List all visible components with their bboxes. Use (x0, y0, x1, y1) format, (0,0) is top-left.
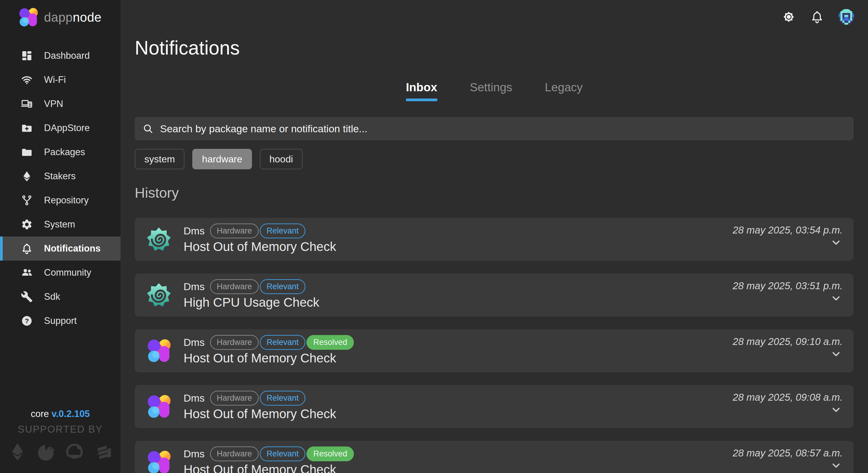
timestamp: 28 may 2025, 09:08 a.m. (733, 392, 843, 403)
notification-card[interactable]: Dms Hardware Relevant Host Out of Memory… (135, 385, 854, 428)
topbar (782, 9, 854, 25)
tab-inbox[interactable]: Inbox (406, 81, 437, 101)
sidebar-item-dappstore[interactable]: DAppStore (0, 116, 121, 140)
sidebar-menu: Dashboard Wi-Fi VPN (0, 44, 121, 333)
chevron-down-icon[interactable] (831, 349, 841, 359)
search-input[interactable] (159, 123, 846, 135)
history-heading: History (135, 184, 179, 201)
card-meta: Dms Hardware Relevant (184, 225, 336, 237)
notification-title: High CPU Usage Check (184, 295, 319, 310)
package-name: Dms (184, 225, 205, 237)
card-meta: Dms Hardware Relevant (184, 392, 336, 404)
sidebar-item-vpn[interactable]: VPN (0, 92, 121, 116)
core-version: v.0.2.105 (52, 409, 90, 419)
notification-card[interactable]: Dms Hardware Relevant Resolved (135, 329, 854, 372)
package-name: Dms (184, 281, 205, 292)
status-badge: Resolved (307, 446, 354, 461)
sidebar-item-dashboard[interactable]: Dashboard (0, 44, 121, 68)
sidebar-item-packages[interactable]: Packages (0, 140, 121, 164)
package-name: Dms (184, 392, 205, 404)
notification-card[interactable]: Dms Hardware Relevant Host Out of Memory… (135, 218, 854, 261)
timestamp: 28 may 2025, 03:54 p.m. (733, 224, 843, 236)
tab-settings[interactable]: Settings (470, 81, 513, 101)
notifications-icon (21, 242, 33, 255)
badges: Hardware Relevant (210, 283, 305, 291)
status-badge: Hardware (210, 335, 258, 350)
avatar[interactable] (838, 9, 854, 25)
status-badge: Relevant (260, 446, 305, 461)
supported-by-label: SUPPORTED BY (0, 423, 121, 435)
wifi-icon (21, 73, 33, 86)
support-icon: ? (21, 315, 33, 327)
sidebar-item-support[interactable]: ? Support (0, 309, 121, 333)
dms-grafana-icon (146, 227, 172, 252)
dappnode-logo-icon (146, 394, 172, 419)
sidebar-item-wi-fi[interactable]: Wi-Fi (0, 68, 121, 92)
card-body: Dms Hardware Relevant Host Out of Memory… (184, 225, 336, 254)
filter-chip-hoodi[interactable]: hoodi (260, 149, 303, 169)
vpn-icon (21, 98, 33, 110)
timestamp: 28 may 2025, 08:57 a.m. (733, 447, 843, 459)
chevron-down-icon[interactable] (831, 404, 841, 415)
status-badge: Resolved (307, 335, 354, 350)
main-content: Notifications Inbox Settings Legacy (121, 0, 868, 473)
tabs: Inbox Settings Legacy (121, 81, 868, 101)
sidebar: dappnode Dashboard Wi-Fi (0, 0, 121, 473)
filter-chip-hardware[interactable]: hardware (192, 149, 252, 169)
chevron-down-icon[interactable] (831, 293, 841, 304)
badges: Hardware Relevant Resolved (210, 338, 354, 346)
sidebar-item-repository[interactable]: Repository (0, 188, 121, 212)
theme-sun-icon[interactable] (782, 10, 796, 24)
chevron-down-icon[interactable] (831, 460, 841, 471)
card-right: 28 may 2025, 08:57 a.m. (733, 447, 843, 471)
ring-dot-logo (65, 442, 84, 462)
sdk-icon (21, 290, 33, 303)
avatar-identicon (838, 9, 854, 25)
status-badge: Relevant (260, 224, 305, 238)
status-badge: Hardware (210, 279, 258, 294)
card-body: Dms Hardware Relevant Resolved (184, 448, 354, 473)
notification-card[interactable]: Dms Hardware Relevant High CPU Usage Che… (135, 274, 854, 317)
ethereum-logo (8, 442, 27, 462)
search-icon (143, 123, 153, 134)
package-name: Dms (184, 448, 205, 460)
card-right: 28 may 2025, 09:08 a.m. (733, 392, 843, 415)
card-meta: Dms Hardware Relevant (184, 281, 319, 292)
bell-icon[interactable] (810, 10, 824, 24)
dms-grafana-icon (146, 283, 172, 308)
notification-title: Host Out of Memory Check (184, 351, 354, 366)
dappstore-icon (21, 122, 33, 134)
filter-chip-system[interactable]: system (135, 149, 184, 169)
sidebar-item-community[interactable]: Community (0, 261, 121, 285)
card-body: Dms Hardware Relevant Resolved (184, 337, 354, 366)
notification-card[interactable]: Dms Hardware Relevant Resolved (135, 441, 854, 473)
timestamp: 28 may 2025, 03:51 p.m. (733, 280, 843, 292)
card-body: Dms Hardware Relevant High CPU Usage Che… (184, 281, 319, 310)
chevron-down-icon[interactable] (831, 237, 841, 248)
page-title: Notifications (135, 37, 240, 59)
card-right: 28 may 2025, 03:51 p.m. (733, 280, 843, 304)
tab-underline (545, 98, 583, 101)
svg-text:?: ? (25, 317, 29, 325)
status-badge: Relevant (260, 335, 305, 350)
notification-title: Host Out of Memory Check (184, 463, 354, 473)
brand-wordmark: dappnode (44, 10, 101, 25)
status-badge: Hardware (210, 224, 258, 238)
card-meta: Dms Hardware Relevant Resolved (184, 337, 354, 348)
brand[interactable]: dappnode (18, 7, 101, 28)
bricks-logo (93, 442, 113, 462)
tab-legacy[interactable]: Legacy (545, 81, 583, 101)
card-right: 28 may 2025, 03:54 p.m. (733, 224, 843, 248)
core-version-line: core v.0.2.105 (0, 409, 121, 419)
app-root: dappnode Dashboard Wi-Fi (0, 0, 868, 473)
notification-list: Dms Hardware Relevant Host Out of Memory… (135, 218, 854, 473)
status-badge: Hardware (210, 391, 258, 406)
sidebar-item-stakers[interactable]: Stakers (0, 164, 121, 188)
sidebar-item-system[interactable]: System (0, 212, 121, 236)
tab-underline (470, 98, 513, 101)
sidebar-item-sdk[interactable]: Sdk (0, 285, 121, 309)
status-badge: Relevant (260, 391, 305, 406)
stakers-icon (21, 170, 33, 183)
dappnode-logo-icon (146, 450, 172, 473)
sidebar-item-notifications[interactable]: Notifications (0, 236, 121, 261)
